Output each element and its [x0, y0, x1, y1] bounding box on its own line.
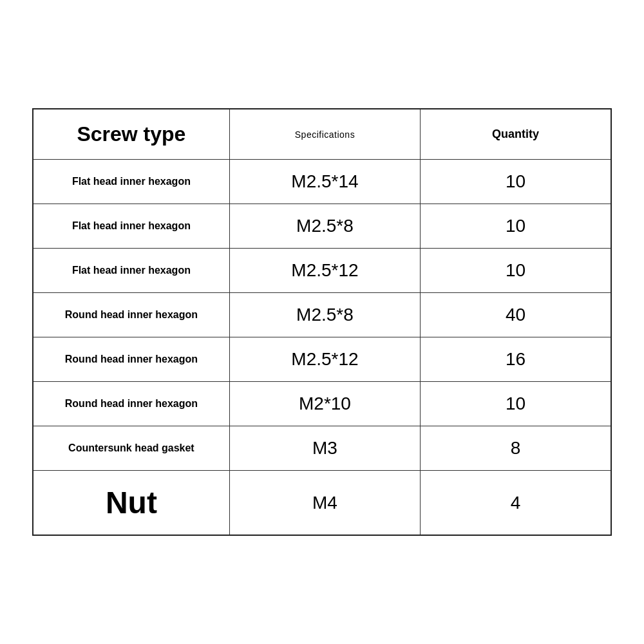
cell-screw-type: Nut [33, 471, 229, 536]
cell-quantity: 40 [421, 293, 611, 337]
cell-specification: M2.5*12 [229, 249, 420, 293]
table-row: Flat head inner hexagonM2.5*1210 [33, 249, 611, 293]
cell-screw-type: Flat head inner hexagon [33, 204, 229, 249]
header-screw-type: Screw type [33, 109, 229, 160]
cell-quantity: 16 [421, 337, 611, 382]
cell-quantity: 10 [421, 204, 611, 249]
table-row: Flat head inner hexagonM2.5*1410 [33, 160, 611, 204]
cell-screw-type: Countersunk head gasket [33, 426, 229, 471]
cell-specification: M2.5*12 [229, 337, 420, 382]
cell-specification: M4 [229, 471, 420, 536]
cell-specification: M2.5*8 [229, 293, 420, 337]
cell-specification: M2*10 [229, 382, 420, 426]
table-header-row: Screw type Specifications Quantity [33, 109, 611, 160]
cell-screw-type: Flat head inner hexagon [33, 160, 229, 204]
cell-quantity: 10 [421, 249, 611, 293]
cell-specification: M2.5*14 [229, 160, 420, 204]
cell-screw-type: Round head inner hexagon [33, 382, 229, 426]
cell-screw-type: Flat head inner hexagon [33, 249, 229, 293]
cell-specification: M3 [229, 426, 420, 471]
header-specifications: Specifications [229, 109, 420, 160]
cell-quantity: 8 [421, 426, 611, 471]
specifications-table: Screw type Specifications Quantity Flat … [32, 108, 612, 536]
cell-screw-type: Round head inner hexagon [33, 293, 229, 337]
cell-quantity: 10 [421, 382, 611, 426]
cell-quantity: 4 [421, 471, 611, 536]
table-row: Round head inner hexagonM2.5*840 [33, 293, 611, 337]
table-container: Screw type Specifications Quantity Flat … [32, 108, 612, 536]
cell-specification: M2.5*8 [229, 204, 420, 249]
header-quantity: Quantity [421, 109, 611, 160]
table-row: Countersunk head gasketM38 [33, 426, 611, 471]
table-row: Round head inner hexagonM2*1010 [33, 382, 611, 426]
cell-screw-type: Round head inner hexagon [33, 337, 229, 382]
cell-quantity: 10 [421, 160, 611, 204]
table-row: Round head inner hexagonM2.5*1216 [33, 337, 611, 382]
table-row: Flat head inner hexagonM2.5*810 [33, 204, 611, 249]
table-row: NutM44 [33, 471, 611, 536]
